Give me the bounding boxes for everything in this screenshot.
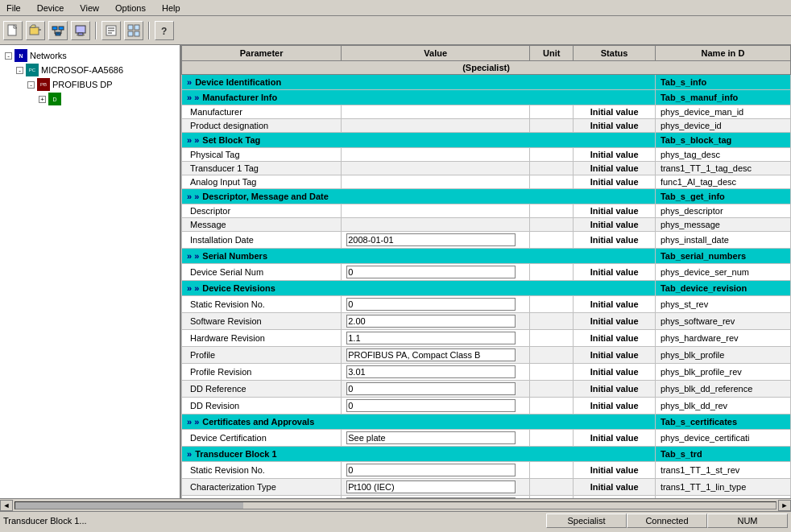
- tree-label-microsof: MICROSOF-AA5686: [41, 65, 123, 75]
- cell-status: Initial value: [574, 430, 656, 447]
- new-button[interactable]: [3, 21, 23, 40]
- expand-icon-networks[interactable]: -: [5, 52, 12, 60]
- section-row-2: » »Set Block Tag Tab_s_block_tag: [182, 133, 791, 148]
- cell-status: Initial value: [574, 479, 656, 496]
- menu-help[interactable]: Help: [159, 2, 184, 14]
- cell-unit: [530, 232, 574, 249]
- value-input[interactable]: [346, 266, 516, 278]
- open-button[interactable]: [26, 21, 45, 40]
- value-input[interactable]: [346, 382, 516, 395]
- cell-status: Initial value: [574, 462, 656, 479]
- menu-file[interactable]: File: [3, 2, 24, 14]
- section-label-1[interactable]: » »Manufacturer Info: [182, 90, 656, 105]
- cell-name: phys_device_ser_num: [655, 264, 790, 281]
- cell-unit: [530, 218, 574, 232]
- device-button[interactable]: [71, 21, 90, 40]
- section-name-7: Tab_s_trd: [655, 447, 790, 462]
- scrollbar-track[interactable]: [14, 501, 777, 509]
- status-connected: Connected: [627, 513, 707, 528]
- cell-status: Initial value: [574, 175, 656, 189]
- table-panel: Parameter Value Unit Status Name in D (S…: [181, 45, 791, 498]
- expand-icon-microsof[interactable]: -: [16, 67, 23, 74]
- help-button[interactable]: ?: [155, 21, 174, 40]
- table-row: Characterization Type Initial value tran…: [182, 479, 791, 496]
- cell-value: [342, 148, 530, 162]
- cell-name: trans1_TT_1_lin_type: [655, 479, 790, 496]
- cell-name: phys_blk_dd_rev: [655, 398, 790, 414]
- value-input[interactable]: [346, 497, 516, 498]
- cell-value: [342, 119, 530, 133]
- table-row: Hardware Revision Initial value phys_har…: [182, 330, 791, 347]
- status-num: NUM: [707, 513, 788, 528]
- svg-rect-12: [76, 26, 85, 33]
- value-input[interactable]: [346, 399, 516, 412]
- scroll-left-button[interactable]: ◄: [0, 500, 13, 511]
- value-input[interactable]: [346, 464, 516, 476]
- table-row: DD Reference Initial value phys_blk_dd_r…: [182, 381, 791, 398]
- section-row-3: » »Descriptor, Message and Date Tab_s_ge…: [182, 189, 791, 204]
- cell-param: Installation Date: [182, 232, 342, 249]
- status-left: Transducer Block 1...: [3, 516, 546, 526]
- section-row-5: » »Device Revisions Tab_device_revision: [182, 281, 791, 296]
- value-input[interactable]: [346, 365, 516, 378]
- view-button[interactable]: [124, 21, 143, 40]
- table-row: Installation Date Initial value phys_ins…: [182, 232, 791, 249]
- horizontal-scrollbar[interactable]: ◄ ►: [0, 498, 791, 511]
- value-input[interactable]: [346, 233, 516, 246]
- cell-value: [342, 347, 530, 364]
- cell-value: [342, 479, 530, 496]
- tree-item-device[interactable]: + D: [37, 92, 176, 106]
- menu-view[interactable]: View: [77, 2, 102, 14]
- cell-param: Software Revision: [182, 313, 342, 330]
- section-label-2[interactable]: » »Set Block Tag: [182, 133, 656, 148]
- cell-name: phys_blk_profile: [655, 347, 790, 364]
- cell-status: Initial value: [574, 496, 656, 499]
- value-input[interactable]: [346, 480, 516, 493]
- cell-status: Initial value: [574, 398, 656, 414]
- tree-item-networks[interactable]: - N Networks: [3, 48, 176, 63]
- tree-item-microsof[interactable]: - PC MICROSOF-AA5686: [14, 63, 176, 77]
- network-button[interactable]: [48, 21, 68, 40]
- value-input[interactable]: [346, 332, 516, 344]
- section-label-3[interactable]: » »Descriptor, Message and Date: [182, 189, 656, 204]
- cell-param: Device Certification: [182, 430, 342, 447]
- section-row-6: » »Certificates and Approvals Tab_s_cert…: [182, 414, 791, 430]
- specialist-label: (Specialist): [182, 61, 791, 75]
- section-row-4: » »Serial Numbers Tab_serial_numbers: [182, 249, 791, 264]
- cell-unit: [530, 162, 574, 175]
- svg-rect-20: [135, 25, 139, 30]
- table-row: Physical Tag Initial value phys_tag_desc: [182, 148, 791, 162]
- scrollbar-thumb[interactable]: [15, 502, 243, 509]
- cell-value: [342, 175, 530, 189]
- cell-value: [342, 264, 530, 281]
- menu-device[interactable]: Device: [34, 2, 68, 14]
- cell-param: DD Revision: [182, 398, 342, 414]
- expand-icon-profibus[interactable]: -: [27, 81, 35, 89]
- section-name-0: Tab_s_info: [655, 75, 790, 90]
- value-input[interactable]: [346, 315, 516, 328]
- scroll-right-button[interactable]: ►: [778, 500, 791, 511]
- section-label-4[interactable]: » »Serial Numbers: [182, 249, 656, 264]
- tree-label-networks: Networks: [30, 51, 67, 60]
- value-input[interactable]: [346, 348, 516, 361]
- cell-unit: [530, 479, 574, 496]
- section-label-6[interactable]: » »Certificates and Approvals: [182, 414, 656, 430]
- cell-status: Initial value: [574, 330, 656, 347]
- value-input[interactable]: [346, 298, 516, 311]
- cell-value: [342, 204, 530, 218]
- cell-name: trans1_TT_1_primary_: [655, 496, 790, 499]
- expand-icon-device[interactable]: +: [39, 96, 46, 103]
- main-layout: - N Networks - PC MICROSOF-AA5686 - PB P…: [0, 45, 791, 498]
- cell-unit: [530, 204, 574, 218]
- properties-button[interactable]: [101, 21, 121, 40]
- table-row: Device Certification Initial value phys_…: [182, 430, 791, 447]
- section-label-5[interactable]: » »Device Revisions: [182, 281, 656, 296]
- menu-options[interactable]: Options: [112, 2, 149, 14]
- tree-microsof-container: - PC MICROSOF-AA5686 - PB PROFIBUS DP + …: [14, 63, 176, 106]
- value-input[interactable]: [346, 431, 516, 444]
- section-label-7[interactable]: »Transducer Block 1: [182, 447, 656, 462]
- section-label-0[interactable]: »Device Identification: [182, 75, 656, 90]
- svg-rect-5: [52, 27, 57, 30]
- tree-profibus-container: - PB PROFIBUS DP + D: [26, 77, 176, 106]
- tree-item-profibus[interactable]: - PB PROFIBUS DP: [26, 77, 176, 92]
